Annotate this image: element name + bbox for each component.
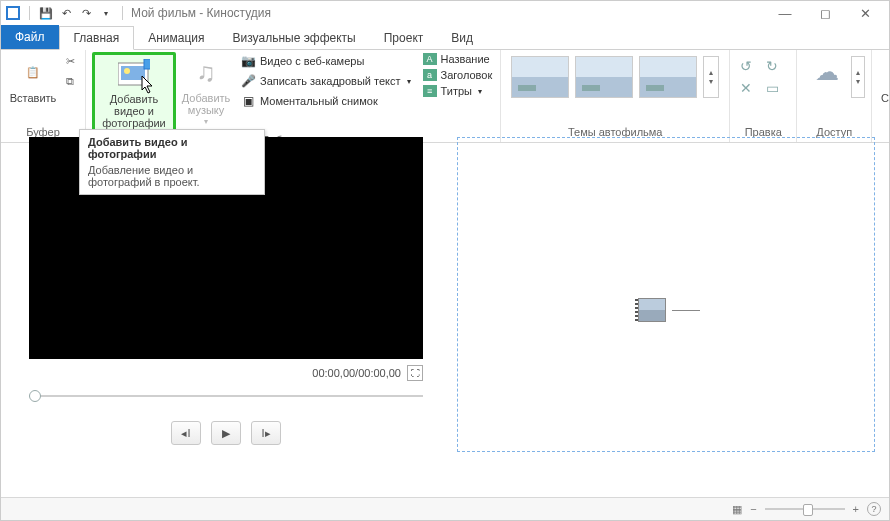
- group-save: 🎞 Сохранить фильм▾ 👤 Войти: [872, 50, 890, 142]
- content-area: 00:00,00/00:00,00 ⛶ ◂I ▶ I▸: [1, 143, 889, 496]
- group-share: ☁ ▴▾ Доступ: [797, 50, 872, 142]
- zoom-out-icon[interactable]: −: [750, 503, 756, 515]
- delete-icon[interactable]: ✕: [736, 80, 756, 96]
- storyboard-dropzone[interactable]: [457, 137, 875, 452]
- quick-access-toolbar: 💾 ↶ ↷ ▾: [5, 5, 127, 21]
- fullscreen-icon[interactable]: ⛶: [407, 365, 423, 381]
- cut-icon[interactable]: ✂: [60, 52, 80, 70]
- webcam-icon: 📷: [240, 53, 256, 69]
- minimize-button[interactable]: —: [765, 1, 805, 25]
- share-more-button[interactable]: ▴▾: [851, 56, 865, 98]
- theme-thumb-3[interactable]: [639, 56, 697, 98]
- undo-icon[interactable]: ↶: [58, 5, 74, 21]
- themes-more-button[interactable]: ▴▾: [703, 56, 719, 98]
- add-videos-photos-button[interactable]: Добавить видео и фотографии: [92, 52, 176, 134]
- tooltip-body: Добавление видео и фотографий в проект.: [88, 164, 256, 188]
- tab-home[interactable]: Главная: [59, 26, 135, 50]
- redo-icon[interactable]: ↷: [78, 5, 94, 21]
- tab-project[interactable]: Проект: [370, 27, 438, 49]
- select-all-icon[interactable]: ▭: [762, 80, 782, 96]
- snapshot-icon: ▣: [240, 93, 256, 109]
- caption-button[interactable]: aЗаголовок: [421, 68, 495, 82]
- music-note-icon: ♫: [190, 56, 222, 88]
- seek-slider[interactable]: [29, 389, 423, 403]
- preview-pane: 00:00,00/00:00,00 ⛶ ◂I ▶ I▸: [1, 143, 451, 496]
- record-narration-button[interactable]: 🎤Записать закадровый текст▾: [238, 72, 413, 90]
- tab-view[interactable]: Вид: [437, 27, 487, 49]
- picture-icon: [118, 57, 150, 89]
- save-movie-button[interactable]: 🎞 Сохранить фильм▾: [878, 52, 890, 130]
- time-display: 00:00,00/00:00,00: [312, 367, 401, 379]
- webcam-video-button[interactable]: 📷Видео с веб-камеры: [238, 52, 413, 70]
- statusbar: ▦ − + ?: [1, 497, 889, 520]
- group-themes: ▴▾ Темы автофильма: [501, 50, 730, 142]
- svg-rect-5: [144, 59, 150, 69]
- credits-button[interactable]: ≡Титры▾: [421, 84, 495, 98]
- ribbon-tabs: Файл Главная Анимация Визуальные эффекты…: [1, 25, 889, 50]
- svg-rect-3: [121, 66, 145, 80]
- play-button[interactable]: ▶: [211, 421, 241, 445]
- title-icon: A: [423, 53, 437, 65]
- svg-rect-1: [8, 8, 18, 18]
- app-window: 💾 ↶ ↷ ▾ Мой фильм - Киностудия — ◻ ✕ Фай…: [0, 0, 890, 521]
- theme-thumb-2[interactable]: [575, 56, 633, 98]
- prev-frame-button[interactable]: ◂I: [171, 421, 201, 445]
- cloud-icon: ☁: [811, 56, 843, 88]
- credits-icon: ≡: [423, 85, 437, 97]
- title-button[interactable]: AНазвание: [421, 52, 495, 66]
- clipboard-icon: 📋: [17, 56, 49, 88]
- svg-point-4: [124, 68, 130, 74]
- tab-file[interactable]: Файл: [1, 25, 59, 49]
- tooltip-title: Добавить видео и фотографии: [88, 136, 256, 160]
- group-editing: ↺ ↻ ✕ ▭ Правка: [730, 50, 797, 142]
- copy-icon[interactable]: ⧉: [60, 72, 80, 90]
- add-music-button[interactable]: ♫ Добавить музыку ▾: [176, 52, 236, 130]
- view-thumb-icon[interactable]: ▦: [732, 503, 742, 516]
- group-clipboard: 📋 Вставить ✂ ⧉ Буфер: [1, 50, 86, 142]
- share-cloud-button[interactable]: ☁: [803, 52, 851, 94]
- qat-dropdown-icon[interactable]: ▾: [98, 5, 114, 21]
- tab-animation[interactable]: Анимация: [134, 27, 218, 49]
- maximize-button[interactable]: ◻: [805, 1, 845, 25]
- storyboard-pane: [451, 143, 889, 496]
- caption-icon: a: [423, 69, 437, 81]
- mic-icon: 🎤: [240, 73, 256, 89]
- window-title: Мой фильм - Киностудия: [131, 6, 271, 20]
- theme-thumb-1[interactable]: [511, 56, 569, 98]
- rotate-left-icon[interactable]: ↺: [736, 58, 756, 74]
- paste-button[interactable]: 📋 Вставить: [7, 52, 59, 106]
- tab-visual-effects[interactable]: Визуальные эффекты: [219, 27, 370, 49]
- close-button[interactable]: ✕: [845, 1, 885, 25]
- zoom-in-icon[interactable]: +: [853, 503, 859, 515]
- zoom-slider[interactable]: [765, 508, 845, 510]
- next-frame-button[interactable]: I▸: [251, 421, 281, 445]
- snapshot-button[interactable]: ▣Моментальный снимок: [238, 92, 413, 110]
- app-icon[interactable]: [5, 5, 21, 21]
- tooltip-add-media: Добавить видео и фотографии Добавление в…: [79, 129, 265, 195]
- save-icon[interactable]: 💾: [38, 5, 54, 21]
- storyboard-placeholder[interactable]: [638, 298, 700, 322]
- titlebar: 💾 ↶ ↷ ▾ Мой фильм - Киностудия — ◻ ✕: [1, 1, 889, 25]
- window-controls: — ◻ ✕: [765, 1, 885, 25]
- clip-thumb-icon: [638, 298, 666, 322]
- info-icon[interactable]: ?: [867, 502, 881, 516]
- rotate-right-icon[interactable]: ↻: [762, 58, 782, 74]
